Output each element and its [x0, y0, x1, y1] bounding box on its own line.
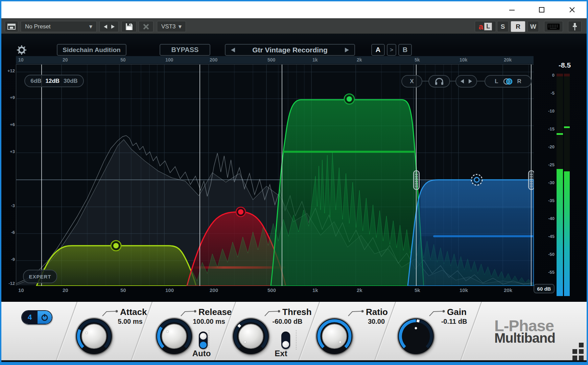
crossover-grip[interactable] [414, 171, 419, 190]
automation-latch-button[interactable]: a L [475, 21, 496, 32]
preset-navigator[interactable]: Gtr Vintage Recording [225, 44, 355, 56]
bypass-button[interactable]: BYPASS [160, 44, 210, 56]
freq-tick-label: 1k [312, 57, 318, 63]
meter-scale-label: -25 [537, 162, 555, 167]
band-audition-button[interactable] [428, 75, 450, 88]
zoom-12db-option-active[interactable]: 12dB [45, 78, 60, 84]
stereo-right-label[interactable]: R [517, 78, 521, 85]
freq-tick-label: 1k [312, 287, 318, 293]
band2-node[interactable] [236, 207, 245, 217]
thresh-label: Thresh [282, 307, 312, 317]
minimize-button[interactable] [504, 4, 520, 16]
thresh-value[interactable]: -60.00 dB [269, 318, 306, 325]
zoom-range-switch[interactable]: 6dB 12dB 30dB [24, 75, 84, 87]
ext-label: Ext [269, 349, 293, 358]
stereo-link-switch[interactable]: L R [485, 75, 532, 88]
expert-mode-button[interactable]: EXPERT [23, 270, 57, 283]
gain-knob[interactable] [396, 316, 436, 357]
zoom-30db-option[interactable]: 30dB [64, 78, 78, 84]
freq-tick-label: 500 [267, 287, 276, 293]
preset-dropdown[interactable]: No Preset ▼ [21, 21, 97, 32]
stereo-left-label[interactable]: L [495, 78, 498, 85]
preset-next-icon[interactable] [345, 48, 349, 52]
freq-tick-label: 2k [357, 57, 362, 63]
delete-preset-button[interactable] [139, 21, 154, 32]
minimize-icon [509, 7, 515, 13]
db-axis-label: +12 [1, 68, 15, 73]
attack-knob[interactable] [74, 316, 114, 357]
keyboard-button[interactable] [544, 21, 563, 32]
preset-prev-next-buttons[interactable] [99, 21, 119, 32]
meter-clip-zone [564, 74, 570, 76]
db-axis-label: -6 [1, 230, 15, 235]
ab-compare-b-button[interactable]: B [398, 44, 412, 56]
read-automation-button[interactable]: R [511, 21, 525, 32]
stereo-link-icon [503, 78, 513, 85]
release-value[interactable]: 100.00 ms [190, 318, 228, 325]
preset-prev-icon[interactable] [231, 48, 235, 52]
window-menu-button[interactable] [5, 21, 18, 32]
freq-tick-label: 10k [460, 287, 468, 293]
freq-tick-label: 2k [357, 287, 362, 293]
band-number: 4 [22, 311, 38, 324]
freq-tick-label: 10 [18, 287, 24, 293]
prev-band-icon[interactable] [461, 79, 464, 83]
pill-connector [477, 81, 485, 81]
freq-tick-label: 5k [415, 287, 420, 293]
band4-node-selected[interactable] [471, 174, 482, 185]
crossover-grip[interactable] [528, 171, 534, 190]
freq-tick-label: 200 [210, 287, 218, 293]
auto-release-toggle[interactable] [199, 332, 208, 349]
release-knob[interactable] [154, 316, 194, 357]
meter-range-button[interactable]: 60 dB [534, 284, 555, 293]
attack-label: Attack [120, 307, 147, 317]
band1-curve[interactable] [37, 246, 196, 286]
freq-tick-label: 200 [210, 57, 217, 63]
band4-threshold-line[interactable] [433, 235, 534, 237]
meter-bar-right [564, 74, 570, 296]
automation-a-label: a [479, 23, 483, 30]
band3-node[interactable] [344, 94, 354, 104]
write-automation-button[interactable]: W [527, 21, 539, 32]
band-solo-button[interactable]: X [401, 75, 422, 88]
chevron-down-icon: ▼ [179, 24, 182, 29]
next-band-icon[interactable] [469, 79, 472, 83]
settings-button[interactable] [16, 44, 27, 56]
solo-button[interactable]: S [497, 21, 509, 32]
close-button[interactable] [564, 4, 580, 16]
freq-tick-label: 20 [63, 287, 68, 293]
freq-tick-label: 50 [120, 57, 126, 63]
thresh-knob[interactable] [231, 316, 271, 357]
maximize-button[interactable] [534, 4, 549, 16]
sidechain-audition-button[interactable]: Sidechain Audition [57, 44, 126, 56]
meter-fill-left [557, 169, 563, 296]
preset-dropdown-value: No Preset [25, 23, 51, 30]
meter-scale-label: -40 [537, 216, 555, 221]
meter-scale-label: -15 [537, 126, 555, 131]
ab-copy-button[interactable]: > [387, 44, 396, 56]
ratio-value[interactable]: 30.00 [358, 318, 395, 325]
gain-value[interactable]: -0.11 dB [436, 318, 473, 325]
zoom-6db-option[interactable]: 6dB [30, 78, 41, 84]
attack-value[interactable]: 5.00 ms [112, 318, 149, 325]
format-dropdown[interactable]: VST3 ▼ [157, 21, 186, 32]
band-select-prev-next[interactable] [455, 75, 477, 88]
save-preset-button[interactable] [121, 21, 137, 32]
toggle-knob [200, 333, 207, 340]
band3-threshold-line[interactable] [283, 151, 416, 153]
band1-node[interactable] [111, 241, 121, 251]
ratio-label: Ratio [366, 307, 388, 317]
freq-tick-label: 20k [504, 57, 512, 63]
pin-window-button[interactable] [568, 21, 582, 32]
freq-tick-label: 10k [460, 57, 467, 63]
meter-scale-label: -35 [537, 198, 555, 203]
multiband-graph[interactable] [16, 64, 534, 286]
ab-compare-a-button[interactable]: A [371, 44, 385, 56]
window-icon [7, 23, 16, 30]
band-power-button[interactable] [38, 311, 52, 324]
ext-sidechain-toggle[interactable] [281, 332, 290, 349]
ratio-knob[interactable] [314, 316, 355, 357]
band-enable-switch[interactable]: 4 [21, 310, 52, 324]
meter-scale-label: -30 [537, 180, 555, 185]
gain-label: Gain [447, 307, 467, 317]
